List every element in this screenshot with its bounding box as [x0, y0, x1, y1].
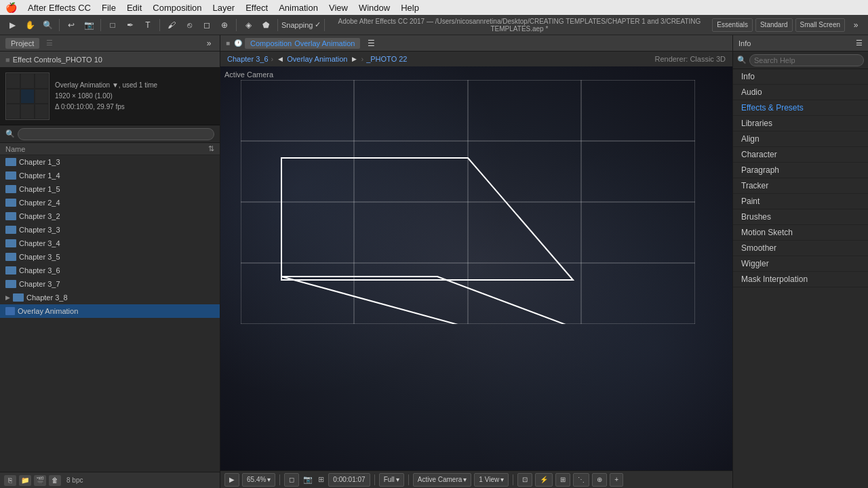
project-search-input[interactable] — [18, 128, 214, 140]
breadcrumb-photo[interactable]: _PHOTO 22 — [366, 55, 407, 63]
breadcrumb-chapter[interactable]: Chapter 3_6 — [227, 55, 269, 63]
breadcrumb-overlay[interactable]: Overlay Animation — [287, 55, 347, 63]
puppet-tool[interactable]: ⊕ — [216, 18, 233, 33]
workspace-more[interactable]: » — [848, 18, 864, 33]
interpret-footage-btn[interactable]: ⎘ — [4, 475, 16, 486]
list-item[interactable]: Chapter 3_5 — [0, 250, 220, 264]
menu-layer[interactable]: Layer — [213, 3, 235, 13]
zoom-display[interactable]: 65.4% ▾ — [242, 473, 275, 487]
toolbar-sep-2 — [100, 19, 101, 31]
menu-composition[interactable]: Composition — [153, 3, 201, 13]
grid-icon[interactable]: ⊞ — [317, 474, 326, 485]
effect-item-wiggler[interactable]: Wiggler — [733, 256, 868, 272]
new-comp-btn[interactable]: 🎬 — [34, 475, 46, 486]
camera-icon[interactable]: 📷 — [302, 474, 314, 485]
flow-diagram-btn[interactable]: ⋱ — [573, 473, 589, 487]
shape-tool[interactable]: ◈ — [240, 18, 256, 33]
delete-btn[interactable]: 🗑 — [49, 475, 61, 486]
comp-region-btn[interactable]: ◻ — [284, 473, 299, 487]
pixel-aspect-btn[interactable]: ⊡ — [517, 473, 532, 487]
clone-tool[interactable]: ⎋ — [181, 18, 197, 33]
camera-view-selector[interactable]: Active Camera ▾ — [413, 473, 472, 487]
item-label: Chapter 3_3 — [19, 226, 60, 234]
breadcrumb-prev[interactable]: ◀ — [276, 52, 284, 66]
project-bottom-toolbar: ⎘ 📁 🎬 🗑 8 bpc — [0, 472, 220, 488]
rect-tool[interactable]: □ — [104, 18, 121, 33]
effect-item-paragraph[interactable]: Paragraph — [733, 163, 868, 178]
effect-item-info[interactable]: Info — [733, 69, 868, 85]
workspace-essentials[interactable]: Essentials — [712, 18, 753, 32]
effect-item-paint[interactable]: Paint — [733, 194, 868, 209]
project-tab[interactable]: Project — [5, 38, 39, 49]
panel-menu-icon[interactable]: ☰ — [46, 39, 53, 47]
effect-item-character[interactable]: Character — [733, 147, 868, 163]
bpc-display: 8 bpc — [66, 476, 83, 484]
menu-edit[interactable]: Edit — [127, 3, 142, 13]
effect-item-tracker[interactable]: Tracker — [733, 178, 868, 194]
folder-icon — [5, 212, 16, 220]
render-queue-btn[interactable]: ⊕ — [592, 473, 607, 487]
item-label: Chapter 1_3 — [19, 158, 60, 166]
menu-animation[interactable]: Animation — [279, 3, 318, 13]
list-item-overlay-animation[interactable]: Overlay Animation — [0, 304, 220, 318]
menu-effect[interactable]: Effect — [245, 3, 268, 13]
list-item[interactable]: Chapter 1_4 — [0, 169, 220, 182]
list-item[interactable]: Chapter 1_5 — [0, 182, 220, 196]
list-item[interactable]: Chapter 3_4 — [0, 237, 220, 250]
list-item[interactable]: Chapter 3_6 — [0, 264, 220, 277]
list-item[interactable]: ▶ Chapter 3_8 — [0, 291, 220, 304]
menu-after-effects[interactable]: After Effects CC — [28, 3, 91, 13]
workspace-small-screen[interactable]: Small Screen — [795, 18, 845, 32]
list-item[interactable]: Chapter 3_7 — [0, 277, 220, 291]
sort-icon[interactable]: ⇅ — [208, 144, 214, 153]
always-preview-btn[interactable]: ▶ — [224, 473, 239, 487]
hand-tool[interactable]: ✋ — [22, 18, 38, 33]
text-tool[interactable]: T — [140, 18, 156, 33]
panel-expand[interactable]: » — [203, 36, 214, 51]
apple-menu[interactable]: 🍎 — [5, 2, 17, 13]
eraser-tool[interactable]: ◻ — [199, 18, 215, 33]
pen-tool[interactable]: ✒ — [122, 18, 138, 33]
workspace-standard[interactable]: Standard — [755, 18, 793, 32]
menu-help[interactable]: Help — [401, 3, 419, 13]
help-search-icon: 🔍 — [737, 56, 747, 64]
menu-file[interactable]: File — [102, 3, 116, 13]
menu-window[interactable]: Window — [359, 3, 390, 13]
menu-view[interactable]: View — [329, 3, 348, 13]
effects-presets-list: Info Audio Effects & Presets Libraries A… — [733, 69, 868, 488]
thumb-cell — [6, 104, 20, 119]
list-item[interactable]: Chapter 3_2 — [0, 209, 220, 223]
right-panel-menu[interactable]: ☰ — [856, 39, 863, 47]
list-item[interactable]: Chapter 1_3 — [0, 155, 220, 169]
effect-item-mask-interpolation[interactable]: Mask Interpolation — [733, 272, 868, 287]
effect-controls-label: Effect Controls_PHOTO 10 — [13, 56, 102, 64]
transparency-btn[interactable]: ⊞ — [555, 473, 570, 487]
comp-tab-overlay[interactable]: Composition Overlay Animation — [245, 38, 360, 49]
zoom-tool[interactable]: 🔍 — [39, 18, 56, 33]
effect-item-smoother[interactable]: Smoother — [733, 241, 868, 256]
mask-tool[interactable]: ⬟ — [258, 18, 274, 33]
list-item[interactable]: Chapter 2_4 — [0, 196, 220, 209]
reset-view-btn[interactable]: + — [610, 473, 623, 487]
effect-item-brushes[interactable]: Brushes — [733, 209, 868, 225]
camera-tool[interactable]: 📷 — [81, 18, 97, 33]
rotation-tool[interactable]: ↩ — [63, 18, 79, 33]
comp-name-info: Overlay Animation ▼, used 1 time — [55, 80, 157, 91]
toolbar-sep-1 — [59, 19, 60, 31]
breadcrumb-next[interactable]: ▶ — [350, 52, 358, 66]
comp-tab-menu[interactable]: ☰ — [363, 36, 379, 51]
view-layout-selector[interactable]: 1 View ▾ — [474, 473, 509, 487]
effect-item-align[interactable]: Align — [733, 131, 868, 147]
list-item[interactable]: Chapter 3_3 — [0, 223, 220, 237]
effect-item-libraries[interactable]: Libraries — [733, 116, 868, 131]
new-folder-btn[interactable]: 📁 — [19, 475, 31, 486]
effect-item-effects-presets[interactable]: Effects & Presets — [733, 100, 868, 116]
quality-selector[interactable]: Full ▾ — [379, 473, 404, 487]
brush-tool[interactable]: 🖌 — [163, 18, 180, 33]
timecode-display[interactable]: 0:00:01:07 — [328, 473, 370, 487]
selection-tool[interactable]: ▶ — [4, 18, 20, 33]
effect-item-audio[interactable]: Audio — [733, 85, 868, 100]
fast-preview-btn[interactable]: ⚡ — [535, 473, 553, 487]
help-search-input[interactable] — [749, 54, 864, 66]
effect-item-motion-sketch[interactable]: Motion Sketch — [733, 225, 868, 241]
